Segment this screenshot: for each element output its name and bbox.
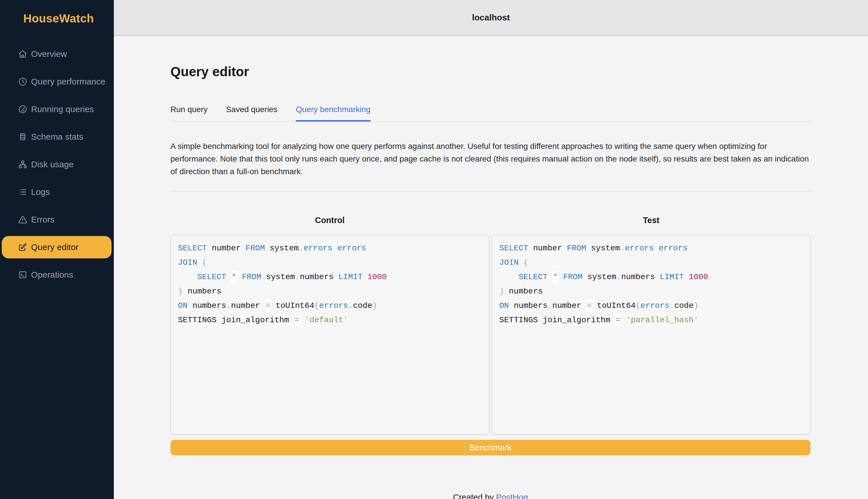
code-line: JOIN ( (178, 256, 482, 270)
control-column-label: Control (170, 215, 489, 225)
posthog-link[interactable]: PostHog (496, 493, 528, 499)
code-line: ON numbers.number = toUInt64(errors.code… (499, 299, 803, 313)
list-icon (18, 187, 28, 197)
gauge-icon (18, 104, 28, 114)
tab-saved-queries[interactable]: Saved queries (226, 105, 277, 121)
code-line: SETTINGS join_algorithm = 'parallel_hash… (499, 313, 803, 327)
sidebar-item-query-editor[interactable]: Query editor (2, 236, 111, 258)
sidebar-item-label: Overview (31, 49, 67, 59)
code-line: ) numbers (178, 284, 482, 299)
tab-query-benchmarking[interactable]: Query benchmarking (296, 105, 370, 121)
sidebar-nav: OverviewQuery performanceRunning queries… (2, 43, 111, 291)
sidebar-item-label: Disk usage (31, 159, 74, 169)
sidebar-item-label: Running queries (31, 104, 94, 114)
sidebar-item-errors[interactable]: Errors (2, 208, 111, 231)
benchmark-column-headers: Control Test (170, 215, 810, 225)
code-line: SELECT * FROM system.numbers LIMIT 1000 (178, 270, 482, 284)
edit-icon (18, 242, 28, 252)
sidebar-item-label: Query editor (31, 242, 78, 252)
sidebar-item-label: Schema stats (31, 132, 83, 142)
sidebar: HouseWatch OverviewQuery performanceRunn… (0, 0, 114, 499)
sidebar-item-schema-stats[interactable]: Schema stats (2, 126, 111, 148)
sidebar-item-disk-usage[interactable]: Disk usage (2, 153, 111, 175)
sidebar-item-logs[interactable]: Logs (2, 181, 111, 203)
sitemap-icon (18, 159, 28, 169)
terminal-icon (18, 270, 28, 280)
sidebar-item-overview[interactable]: Overview (2, 43, 111, 65)
page-title: Query editor (170, 64, 810, 79)
top-header: localhost (114, 0, 868, 36)
code-line: JOIN ( (499, 256, 803, 270)
sidebar-item-query-performance[interactable]: Query performance (2, 70, 111, 93)
code-line: SELECT number FROM system.errors errors (499, 241, 803, 256)
control-query-editor[interactable]: SELECT number FROM system.errors errorsJ… (170, 235, 489, 434)
app-logo: HouseWatch (23, 12, 94, 25)
code-line: ON numbers.number = toUInt64(errors.code… (178, 299, 482, 313)
sidebar-item-operations[interactable]: Operations (2, 264, 111, 286)
home-icon (18, 49, 28, 59)
benchmark-description: A simple benchmarking tool for analyzing… (170, 140, 810, 178)
host-label: localhost (472, 13, 510, 22)
footer: Created by PostHog (170, 492, 810, 499)
sidebar-item-label: Logs (31, 187, 50, 197)
alert-triangle-icon (18, 215, 28, 224)
created-by-text: Created by (453, 493, 496, 499)
sidebar-item-running-queries[interactable]: Running queries (2, 98, 111, 120)
main-content: Query editor Run querySaved queriesQuery… (170, 36, 810, 499)
tab-run-query[interactable]: Run query (170, 105, 208, 121)
test-query-editor[interactable]: SELECT number FROM system.errors errorsJ… (492, 235, 810, 434)
server-icon (18, 132, 28, 142)
benchmark-editors: SELECT number FROM system.errors errorsJ… (170, 235, 810, 434)
code-line: SELECT * FROM system.numbers LIMIT 1000 (499, 270, 803, 284)
code-line: SETTINGS join_algorithm = 'default' (178, 313, 482, 327)
benchmark-button[interactable]: Benchmark (170, 440, 810, 455)
sidebar-item-label: Query performance (31, 77, 105, 86)
sidebar-item-label: Errors (31, 215, 54, 224)
code-line: SELECT number FROM system.errors errors (178, 241, 482, 256)
clock-icon (18, 77, 28, 86)
divider (170, 191, 810, 192)
sidebar-item-label: Operations (31, 270, 73, 280)
tabs: Run querySaved queriesQuery benchmarking (170, 105, 810, 122)
code-line: ) numbers (499, 284, 803, 299)
test-column-label: Test (492, 215, 810, 225)
